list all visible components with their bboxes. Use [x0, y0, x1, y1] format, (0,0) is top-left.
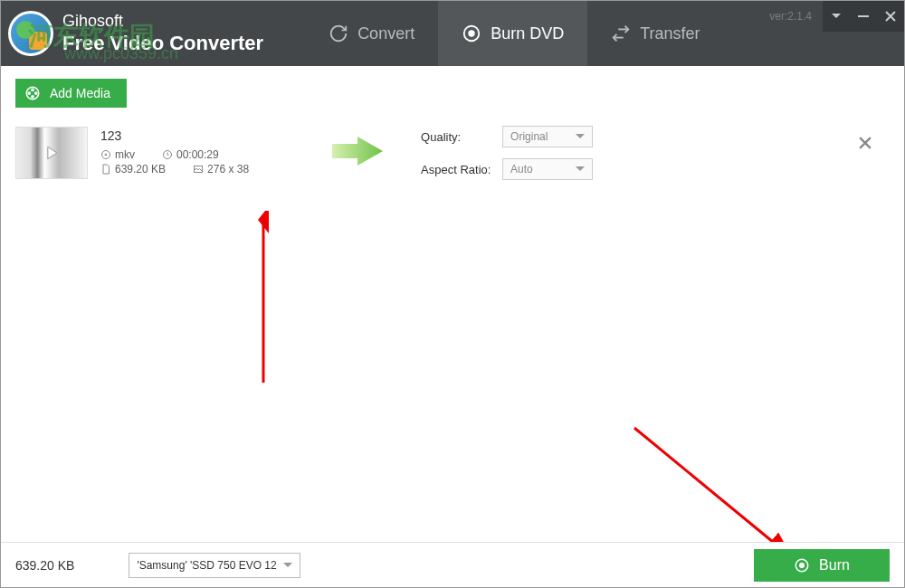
brand-area: Gihosoft Free Video Converter [1, 1, 278, 66]
footer-bar: 639.20 KB 'Samsung' 'SSD 750 EVO 12 Burn [1, 542, 904, 587]
annotation-arrow-up [245, 211, 281, 392]
tab-transfer[interactable]: Transfer [587, 1, 723, 66]
disc-icon [462, 24, 481, 43]
burn-button[interactable]: Burn [754, 549, 890, 582]
version-label: ver:2.1.4 [769, 10, 812, 23]
play-icon [43, 144, 61, 162]
clock-icon [162, 149, 173, 160]
add-media-label: Add Media [50, 86, 110, 100]
refresh-icon [329, 24, 348, 43]
svg-point-8 [102, 151, 110, 159]
brand-top: Gihosoft [62, 12, 263, 32]
tab-burn-label: Burn DVD [491, 24, 564, 43]
remove-item-button[interactable] [859, 135, 872, 154]
tab-convert-label: Convert [357, 24, 414, 43]
app-header: 河东软件园 www.pc0359.cn Gihosoft Free Video … [1, 1, 904, 66]
media-item-row: 123 mkv 00:00:29 639.20 KB 276 x [15, 126, 890, 180]
chevron-down-icon [283, 563, 292, 568]
media-dimensions: 276 x 38 [193, 163, 249, 175]
dropdown-button[interactable] [823, 1, 850, 32]
close-button[interactable] [877, 1, 904, 32]
disc-icon [794, 557, 810, 574]
quality-select[interactable]: Original [502, 126, 593, 147]
output-options: Quality: Original Aspect Ratio: Auto [421, 126, 593, 180]
brand-bottom: Free Video Converter [62, 32, 263, 55]
app-logo [8, 11, 53, 56]
minimize-button[interactable] [850, 1, 877, 32]
svg-point-4 [32, 89, 33, 90]
total-size-label: 639.20 KB [15, 558, 74, 573]
transfer-icon [611, 24, 631, 43]
content-area: Add Media 123 mkv 00:00:29 639.20 KB [1, 66, 904, 542]
close-icon [859, 137, 872, 149]
media-meta: 123 mkv 00:00:29 639.20 KB 276 x [100, 128, 249, 177]
file-icon [100, 164, 111, 175]
svg-point-15 [800, 563, 805, 567]
tab-burn-dvd[interactable]: Burn DVD [438, 1, 587, 66]
aspect-ratio-select[interactable]: Auto [502, 158, 593, 180]
media-filesize: 639.20 KB [100, 163, 166, 175]
device-select[interactable]: 'Samsung' 'SSD 750 EVO 12 [129, 553, 300, 578]
quality-label: Quality: [421, 130, 502, 144]
aspect-ratio-label: Aspect Ratio: [421, 163, 502, 176]
tab-convert[interactable]: Convert [305, 1, 438, 66]
window-controls: ver:2.1.4 [769, 1, 904, 32]
film-reel-icon [24, 85, 41, 101]
reel-icon [100, 149, 111, 160]
video-thumbnail[interactable] [15, 127, 88, 179]
media-format: mkv [100, 148, 135, 161]
media-title: 123 [100, 128, 249, 143]
image-icon [193, 164, 204, 175]
svg-point-9 [105, 154, 107, 156]
nav-tabs: Convert Burn DVD Transfer [305, 1, 723, 66]
svg-point-1 [469, 31, 474, 36]
svg-point-5 [35, 92, 37, 94]
tab-transfer-label: Transfer [640, 24, 700, 43]
burn-label: Burn [819, 557, 850, 574]
add-media-button[interactable]: Add Media [15, 79, 127, 108]
svg-point-7 [28, 92, 30, 94]
chevron-down-icon [576, 166, 585, 172]
svg-rect-2 [858, 15, 869, 17]
chevron-down-icon [576, 134, 585, 139]
convert-arrow-icon [330, 135, 385, 171]
svg-line-13 [634, 428, 788, 555]
svg-point-6 [32, 96, 33, 98]
media-duration: 00:00:29 [162, 148, 219, 161]
